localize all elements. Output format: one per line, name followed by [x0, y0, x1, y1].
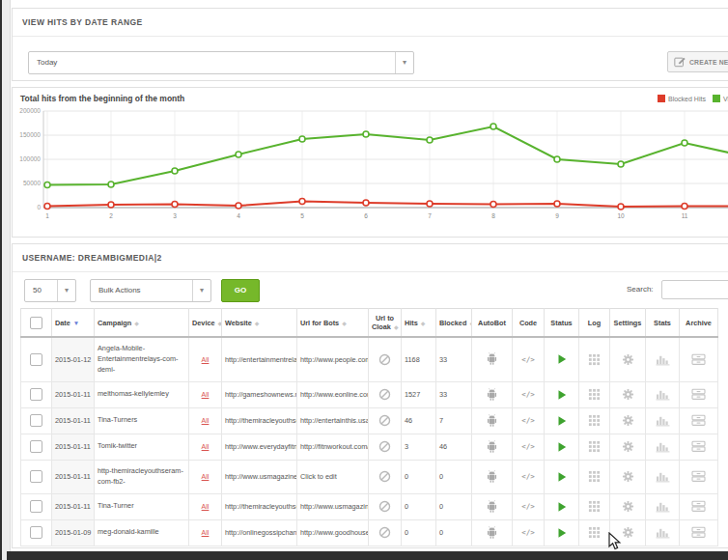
row-checkbox[interactable] [30, 526, 42, 539]
archive-icon[interactable] [691, 416, 706, 425]
play-icon[interactable] [556, 502, 568, 511]
gear-icon[interactable] [622, 390, 634, 399]
select-all-checkbox[interactable] [30, 317, 42, 329]
sort-icon[interactable]: ◆ [421, 321, 426, 326]
android-icon[interactable] [486, 416, 498, 425]
device-link[interactable]: All [202, 529, 210, 536]
column-header-blocked[interactable]: Blocked◆ [436, 309, 472, 338]
no-entry-icon[interactable] [378, 442, 391, 451]
code-icon[interactable]: </> [521, 442, 535, 451]
row-checkbox[interactable] [30, 388, 42, 401]
android-icon[interactable] [486, 472, 498, 481]
row-checkbox[interactable] [30, 414, 42, 427]
play-icon[interactable] [556, 354, 568, 363]
grid-icon[interactable] [588, 354, 601, 363]
bar-chart-icon[interactable] [656, 472, 670, 481]
archive-icon[interactable] [691, 390, 706, 399]
archive-icon[interactable] [691, 354, 706, 363]
no-entry-icon[interactable] [378, 472, 391, 481]
no-entry-icon[interactable] [378, 528, 391, 537]
play-icon[interactable] [556, 442, 568, 451]
play-icon[interactable] [556, 472, 568, 481]
device-link[interactable]: All [202, 391, 210, 398]
column-label: Date [55, 319, 70, 327]
code-icon[interactable]: </> [521, 502, 535, 511]
archive-icon[interactable] [691, 502, 706, 511]
android-icon[interactable] [486, 502, 498, 511]
column-header-device[interactable]: Device◆ [189, 309, 222, 338]
code-icon[interactable]: </> [521, 416, 535, 425]
archive-icon[interactable] [691, 472, 706, 481]
bar-chart-icon[interactable] [656, 416, 670, 425]
device-link[interactable]: All [202, 356, 210, 363]
cell-campaign: http-themiracleyouthseram-com-fb2- [95, 460, 189, 493]
code-icon[interactable]: </> [521, 390, 535, 399]
sort-icon[interactable]: ◆ [255, 321, 260, 326]
device-link[interactable]: All [202, 503, 210, 510]
gear-icon[interactable] [622, 354, 634, 363]
column-header-url_for_bots[interactable]: Url for Bots◆ [297, 309, 369, 338]
sort-icon[interactable]: ◆ [218, 321, 222, 326]
gear-icon[interactable] [622, 528, 634, 537]
row-checkbox[interactable] [30, 500, 42, 513]
column-header-website[interactable]: Website◆ [222, 309, 297, 338]
data-point [554, 156, 560, 162]
grid-icon[interactable] [588, 442, 601, 451]
no-entry-icon[interactable] [378, 354, 391, 363]
grid-icon[interactable] [588, 472, 601, 481]
play-icon[interactable] [556, 390, 568, 399]
column-header-url_to_cloak[interactable]: Url to Cloak◆ [369, 309, 402, 338]
code-icon[interactable]: </> [521, 528, 535, 537]
cell-url_for_bots[interactable]: Click to edit [297, 460, 369, 493]
search-input[interactable] [661, 280, 728, 299]
grid-icon[interactable] [588, 528, 601, 537]
row-checkbox[interactable] [30, 440, 42, 453]
no-entry-icon[interactable] [378, 390, 391, 399]
column-header-campaign[interactable]: Campaign◆ [95, 309, 189, 338]
row-checkbox[interactable] [30, 470, 42, 483]
column-header-hits[interactable]: Hits◆ [402, 309, 436, 338]
gear-icon[interactable] [622, 472, 634, 481]
bar-chart-icon[interactable] [656, 502, 670, 511]
bulk-actions-select[interactable]: Bulk Actions ▾ [90, 279, 211, 302]
data-point [427, 137, 433, 143]
gear-icon[interactable] [622, 442, 634, 451]
grid-icon[interactable] [588, 416, 601, 425]
create-new-campaign-button[interactable]: CREATE NEW CAMPAIGN [667, 51, 728, 72]
svg-text:0: 0 [37, 204, 41, 210]
cell-date: 2015-01-11 [52, 460, 95, 493]
code-icon[interactable]: </> [521, 472, 535, 481]
sort-icon[interactable]: ◆ [342, 321, 347, 326]
bar-chart-icon[interactable] [656, 442, 670, 451]
no-entry-icon[interactable] [378, 502, 391, 511]
code-icon[interactable]: </> [521, 355, 535, 364]
grid-icon[interactable] [588, 390, 601, 399]
row-checkbox[interactable] [30, 353, 42, 366]
page-size-select[interactable]: 50 ▾ [24, 279, 76, 302]
sort-desc-icon[interactable]: ▼ [73, 320, 79, 326]
sort-icon[interactable]: ◆ [394, 324, 399, 330]
archive-icon[interactable] [691, 442, 706, 451]
device-link[interactable]: All [202, 443, 210, 450]
gear-icon[interactable] [622, 416, 634, 425]
play-icon[interactable] [556, 416, 568, 425]
date-range-select[interactable]: Today ▾ [28, 51, 414, 74]
column-header-date[interactable]: Date▼ [52, 309, 95, 338]
android-icon[interactable] [486, 354, 498, 363]
bar-chart-icon[interactable] [656, 528, 670, 537]
android-icon[interactable] [486, 528, 498, 537]
no-entry-icon[interactable] [378, 416, 391, 425]
cell-log [579, 493, 610, 519]
bar-chart-icon[interactable] [656, 354, 670, 363]
sort-icon[interactable]: ◆ [134, 321, 139, 326]
play-icon[interactable] [556, 528, 568, 537]
android-icon[interactable] [486, 442, 498, 451]
grid-icon[interactable] [588, 502, 601, 511]
device-link[interactable]: All [202, 473, 210, 480]
go-button[interactable]: GO [221, 279, 260, 302]
bar-chart-icon[interactable] [656, 390, 670, 399]
archive-icon[interactable] [691, 528, 706, 537]
gear-icon[interactable] [622, 502, 634, 511]
android-icon[interactable] [486, 390, 498, 399]
device-link[interactable]: All [202, 417, 210, 424]
